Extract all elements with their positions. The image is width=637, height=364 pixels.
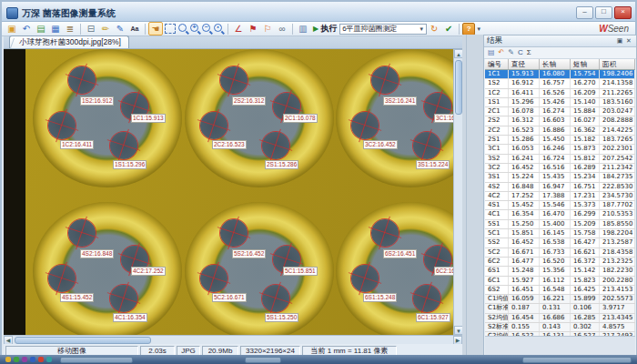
table-row[interactable]: 1C115.91316.08015.754198.2406 (485, 70, 635, 79)
print-icon[interactable]: ⊟ (84, 22, 98, 35)
table-row[interactable]: 4S216.84816.94716.751222.8530 (485, 183, 635, 192)
panel-close-icon[interactable]: ✕ (624, 36, 633, 46)
link-icon[interactable]: ∞ (275, 22, 289, 35)
zoom-in-icon[interactable]: + (190, 24, 198, 32)
table-row[interactable]: 3C216.45216.51616.289211.2342 (485, 164, 635, 173)
table-row[interactable]: 5C216.67116.73316.621218.4358 (485, 248, 635, 258)
measurement-label-1C1: 1C1:15.913 (131, 114, 166, 123)
summary-row[interactable]: S2均值16.45416.68616.285213.4345 (485, 314, 635, 323)
flag-tool-icon[interactable]: ⚑ (246, 22, 260, 35)
export-report-icon[interactable]: ▤ (488, 48, 495, 57)
taskbar-app-icon[interactable] (5, 357, 11, 362)
select-region-icon[interactable] (165, 24, 176, 34)
zoom-fit-icon[interactable]: ▪ (214, 24, 222, 32)
table-row[interactable]: 3S216.24116.72415.812207.2542 (485, 155, 635, 164)
table-row[interactable]: 2S216.31216.60316.027208.2888 (485, 116, 635, 126)
vertical-scrollbar[interactable]: ▲ ▼ (453, 49, 462, 335)
close-button[interactable]: × (614, 6, 632, 19)
table-row[interactable]: 3S115.22415.43515.234184.2735 (485, 173, 635, 182)
table-row[interactable]: 4C116.35416.47016.299210.5353 (485, 210, 635, 219)
horizontal-scrollbar[interactable]: ◀ ▶ (4, 335, 462, 344)
taskbar-app-icon[interactable] (46, 357, 52, 362)
hand-tool-icon[interactable]: ☚ (148, 22, 163, 35)
image-viewer[interactable]: 1S2:16.9121C1:15.9131C2:16.4111S1:15.296… (4, 49, 453, 335)
column-header[interactable]: 编号 (485, 59, 509, 69)
open-image-icon[interactable]: ▣ (5, 22, 19, 35)
table-row[interactable]: 4S115.45215.54615.373187.7702 (485, 201, 635, 210)
text-tool-icon[interactable]: Aa (127, 22, 142, 35)
table-row[interactable]: 1S216.91216.75716.270214.1358 (485, 79, 635, 88)
summary-row[interactable]: S2标准差0.1550.1430.3024.8575 (485, 323, 635, 332)
measurement-preset-dropdown[interactable]: 6平皿抑菌圈测定▼ (339, 24, 427, 35)
pencil-icon[interactable]: ✏ (98, 22, 113, 35)
summary-row[interactable]: C1均值16.05916.22115.899202.5573 (485, 295, 635, 304)
edit-result-icon[interactable]: ✎ (508, 48, 514, 57)
summary-row[interactable]: C1标准差0.1870.1310.1063.9717 (485, 304, 635, 313)
table-row[interactable]: 6S216.45116.54816.425213.4153 (485, 286, 635, 295)
restore-button[interactable]: □ (595, 6, 612, 19)
calibrate-icon[interactable]: C (518, 48, 523, 57)
apply-icon[interactable]: ✔ (441, 22, 456, 35)
table-row[interactable]: 4C217.25217.38817.231234.5730 (485, 192, 635, 201)
table-row[interactable]: 2S115.28615.45015.182183.7265 (485, 136, 635, 145)
angle-tool-icon[interactable]: ∠ (231, 22, 246, 35)
table-row[interactable]: 2C116.07816.27415.884203.0247 (485, 107, 635, 116)
pen-icon[interactable]: ✎ (113, 22, 127, 35)
table-cell: 1S1 (485, 98, 509, 106)
column-header[interactable]: 短轴 (571, 59, 600, 69)
table-row[interactable]: 6S115.24815.35615.142182.2230 (485, 267, 635, 276)
album-icon[interactable]: ≣ (63, 22, 77, 35)
taskbar-app-icon[interactable] (30, 357, 35, 362)
table-row[interactable]: 5S216.45216.53816.427213.2587 (485, 238, 635, 248)
status-time: 2.03s (140, 346, 175, 356)
minimize-button[interactable]: – (576, 6, 593, 19)
table-row[interactable]: 1S115.29615.42615.140183.5160 (485, 98, 635, 107)
table-cell: 16.372 (571, 258, 600, 266)
column-header[interactable]: 面积 (600, 59, 635, 69)
refresh-icon[interactable]: ↻ (427, 22, 441, 35)
table-cell: C1标准差 (485, 304, 509, 312)
taskbar-app-icon[interactable] (14, 357, 19, 362)
help-button[interactable]: ? (462, 23, 475, 35)
table-row[interactable]: 6C115.92716.11215.823200.2280 (485, 277, 635, 286)
table-row[interactable]: 5C115.85116.14515.758198.2204 (485, 229, 635, 238)
table-row[interactable]: 2C216.52316.88616.362214.4225 (485, 126, 635, 136)
taskbar-tray[interactable] (522, 357, 632, 363)
table-cell: 0.302 (571, 323, 600, 331)
table-row[interactable]: 3C116.05316.24615.873202.2301 (485, 145, 635, 154)
image-tab[interactable]: 小球芽孢杆菌300dpi.jpg[28%] (9, 35, 129, 48)
table-cell: 15.224 (509, 173, 540, 181)
taskbar-app-icon[interactable] (38, 357, 44, 362)
measurement-label-3S1: 3S1:15.224 (416, 160, 450, 169)
column-header[interactable]: 长轴 (540, 59, 571, 69)
settings-icon[interactable]: ▥ (296, 22, 310, 35)
table-cell: 15.234 (571, 173, 600, 181)
taskbar-window-button[interactable] (245, 357, 281, 363)
table-row[interactable]: 6C216.47716.52016.372213.2325 (485, 258, 635, 267)
measurement-label-6C2: 6C2:16.477 (434, 267, 453, 276)
table-cell: 4C1 (485, 210, 509, 218)
table-row[interactable]: 5S115.25015.40015.209185.8550 (485, 220, 635, 229)
table-cell: 15.435 (540, 173, 571, 181)
zoom-out-icon[interactable]: − (202, 24, 210, 32)
measurement-label-4S1: 4S1:15.452 (60, 293, 94, 302)
panel-splitter[interactable] (462, 35, 483, 357)
table-cell: 198.2406 (600, 70, 635, 78)
taskbar-window-button[interactable] (60, 357, 133, 363)
vertical-scroll-thumb[interactable] (455, 60, 462, 115)
undo-result-icon[interactable]: ↶ (499, 48, 505, 57)
undo-icon[interactable]: ↶ (19, 22, 34, 35)
table-row[interactable]: 1C216.41116.52616.209211.2265 (485, 89, 635, 98)
sum-icon[interactable]: Σ (527, 48, 531, 57)
save-icon[interactable]: ▦ (48, 22, 63, 35)
table-cell: 4C2 (485, 192, 509, 200)
pin-icon[interactable]: ▣ (615, 36, 624, 46)
column-header[interactable]: 直径 (509, 59, 540, 69)
import-image-icon[interactable]: ▤ (34, 22, 48, 35)
execute-button[interactable]: ▶执行 (310, 23, 339, 35)
taskbar-app-icon[interactable] (22, 357, 27, 362)
mark-tool-icon[interactable]: ⚐ (260, 22, 275, 35)
measurement-label-5S2: 5S2:16.452 (232, 249, 266, 258)
magnify-icon[interactable] (178, 24, 187, 32)
horizontal-scroll-thumb[interactable] (15, 337, 151, 344)
